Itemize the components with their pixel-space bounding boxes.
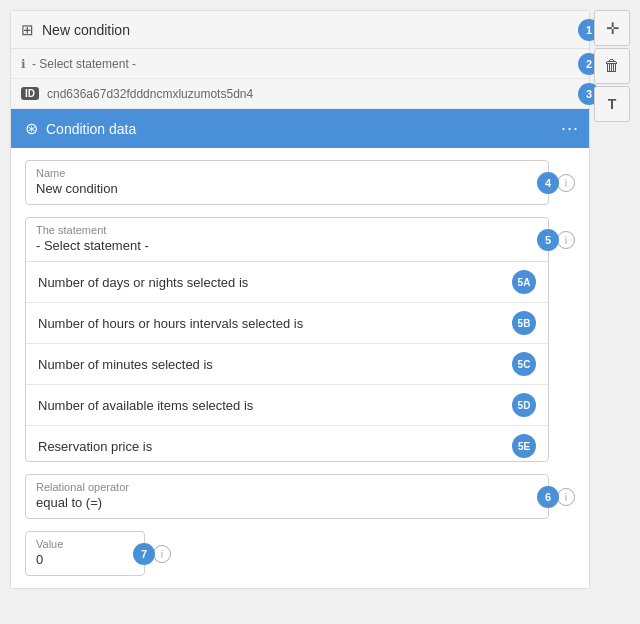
item-badge-5b: 5B bbox=[512, 311, 536, 335]
name-field-group: Name New condition 4 bbox=[25, 160, 549, 205]
list-item[interactable]: Reservation price is 5E bbox=[26, 426, 548, 461]
statement-list: Number of days or nights selected is 5A … bbox=[26, 261, 548, 461]
name-label: Name bbox=[36, 167, 538, 179]
item-badge-5e: 5E bbox=[512, 434, 536, 458]
badge-7: 7 bbox=[133, 543, 155, 565]
statement-value[interactable]: - Select statement - bbox=[36, 238, 538, 253]
name-info-icon[interactable]: i bbox=[557, 174, 575, 192]
badge-5: 5 bbox=[537, 229, 559, 251]
id-value: cnd636a67d32fdddncmxluzumots5dn4 bbox=[47, 87, 253, 101]
statement-info-icon[interactable]: i bbox=[557, 231, 575, 249]
relational-field-group: Relational operator equal to (=) 6 bbox=[25, 474, 549, 519]
value-label: Value bbox=[36, 538, 134, 550]
move-icon: ✛ bbox=[606, 19, 619, 38]
item-badge-5c: 5C bbox=[512, 352, 536, 376]
name-value[interactable]: New condition bbox=[36, 181, 538, 196]
badge-6: 6 bbox=[537, 486, 559, 508]
statement-subtitle: - Select statement - bbox=[32, 57, 136, 71]
condition-data-header: ⊛ Condition data ··· bbox=[11, 109, 589, 148]
list-item[interactable]: Number of available items selected is 5D bbox=[26, 385, 548, 426]
item-badge-5d: 5D bbox=[512, 393, 536, 417]
type-icon: T bbox=[608, 96, 617, 112]
section-header-title: Condition data bbox=[46, 121, 136, 137]
relational-info-icon[interactable]: i bbox=[557, 488, 575, 506]
relational-label: Relational operator bbox=[36, 481, 538, 493]
list-item[interactable]: Number of days or nights selected is 5A bbox=[26, 262, 548, 303]
item-badge-5a: 5A bbox=[512, 270, 536, 294]
relational-value[interactable]: equal to (=) bbox=[36, 495, 538, 510]
condition-title: New condition bbox=[42, 22, 130, 38]
type-button[interactable]: T bbox=[594, 86, 630, 122]
list-item[interactable]: Number of hours or hours intervals selec… bbox=[26, 303, 548, 344]
value-field-group: Value 0 7 bbox=[25, 531, 145, 576]
trash-icon: 🗑 bbox=[604, 57, 620, 75]
statement-dropdown[interactable]: The statement - Select statement - 5 Num… bbox=[25, 217, 549, 462]
condition-data-icon: ⊛ bbox=[25, 119, 38, 138]
id-label: ID bbox=[21, 87, 39, 100]
value-input[interactable]: 0 bbox=[36, 552, 134, 567]
list-item[interactable]: Number of minutes selected is 5C bbox=[26, 344, 548, 385]
condition-icon: ⊞ bbox=[21, 21, 34, 39]
statement-label: The statement bbox=[36, 224, 538, 236]
section-menu-button[interactable]: ··· bbox=[561, 118, 579, 139]
badge-4: 4 bbox=[537, 172, 559, 194]
info-row-icon: ℹ bbox=[21, 57, 26, 71]
value-info-icon[interactable]: i bbox=[153, 545, 171, 563]
move-button[interactable]: ✛ bbox=[594, 10, 630, 46]
delete-button[interactable]: 🗑 bbox=[594, 48, 630, 84]
